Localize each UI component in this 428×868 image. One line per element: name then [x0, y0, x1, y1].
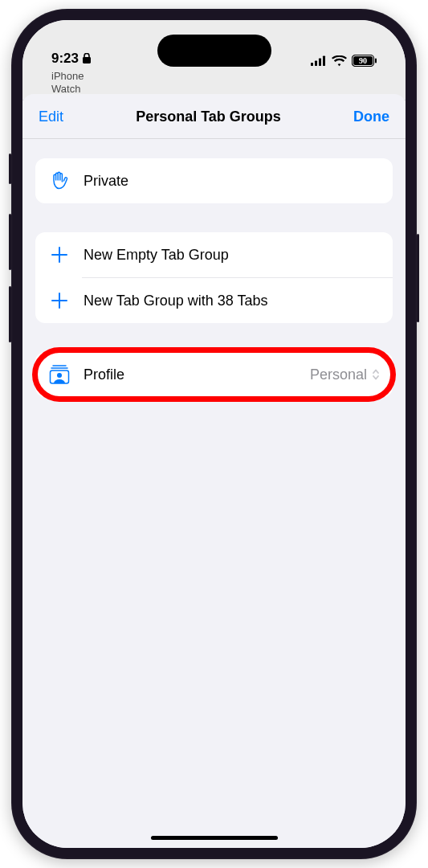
power-button [417, 234, 419, 322]
battery-icon: 90 [352, 55, 377, 67]
new-group-with-tabs-row[interactable]: New Tab Group with 38 Tabs [35, 278, 393, 323]
status-time: 9:23 [51, 51, 79, 67]
tab-groups-sheet: Edit Personal Tab Groups Done Private [22, 94, 406, 848]
svg-rect-1 [311, 63, 313, 66]
volume-up-button [9, 214, 11, 270]
screen: 9:23 90 iPhone Watch [22, 20, 406, 848]
new-empty-group-row[interactable]: New Empty Tab Group [35, 232, 393, 277]
hand-icon [48, 170, 71, 192]
sheet-header: Edit Personal Tab Groups Done [22, 94, 406, 138]
private-group-card: Private [35, 158, 393, 203]
wifi-icon [332, 55, 347, 67]
home-indicator[interactable] [151, 836, 278, 840]
profile-value: Personal [310, 366, 367, 383]
edit-button[interactable]: Edit [39, 108, 63, 125]
svg-rect-7 [375, 59, 377, 63]
private-row[interactable]: Private [35, 158, 393, 203]
svg-point-12 [57, 373, 62, 378]
lock-icon [82, 53, 92, 64]
done-button[interactable]: Done [353, 108, 389, 125]
profile-card: Profile Personal [35, 352, 393, 397]
backdrop-text-1: iPhone [51, 70, 377, 83]
profile-value-container: Personal [310, 366, 380, 383]
profile-icon [48, 363, 71, 386]
svg-text:90: 90 [359, 56, 367, 65]
profile-label: Profile [84, 366, 124, 383]
svg-rect-2 [315, 61, 317, 67]
cellular-icon [311, 55, 327, 66]
dynamic-island [157, 35, 271, 67]
sheet-title: Personal Tab Groups [136, 108, 281, 125]
iphone-frame: 9:23 90 iPhone Watch [11, 9, 417, 859]
private-label: Private [84, 173, 128, 190]
new-groups-card: New Empty Tab Group New Tab Group with 3… [35, 232, 393, 323]
volume-down-button [9, 286, 11, 342]
svg-rect-3 [319, 59, 321, 67]
chevron-up-down-icon [372, 368, 380, 381]
profile-row[interactable]: Profile Personal [35, 352, 393, 397]
plus-icon [48, 244, 71, 266]
plus-icon [48, 289, 71, 312]
new-with-tabs-label: New Tab Group with 38 Tabs [84, 293, 267, 309]
svg-rect-0 [83, 57, 91, 63]
svg-rect-4 [323, 56, 325, 67]
side-button [9, 154, 11, 184]
new-empty-label: New Empty Tab Group [84, 247, 229, 264]
